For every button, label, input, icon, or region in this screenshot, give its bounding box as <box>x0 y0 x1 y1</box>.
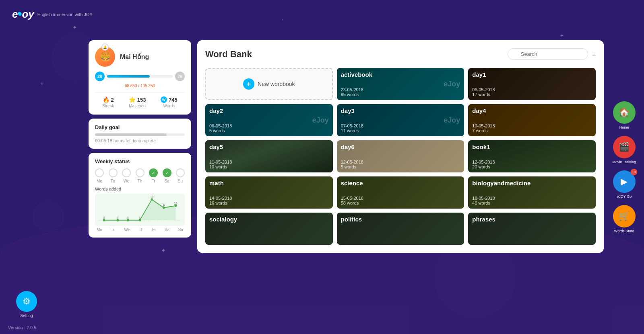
new-wordbook-label: New wordbook <box>258 81 295 87</box>
go-label: eJOY Go <box>617 195 632 199</box>
day-circle-th <box>136 168 144 177</box>
wordbook-card-phrases[interactable]: phrases <box>468 213 596 245</box>
sidebar-item-go[interactable]: ▶ 10 eJOY Go <box>613 170 636 199</box>
wordbook-card-day2[interactable]: eJoy day2 06-05-2018 5 words <box>205 104 333 136</box>
wordbook-card-math[interactable]: math 14-05-2018 16 words <box>205 176 333 209</box>
streak-label: Streak <box>102 104 114 108</box>
mastered-label: Mastered <box>129 104 146 108</box>
day-circle-su <box>176 168 185 177</box>
go-icon: ▶ <box>621 176 627 187</box>
day-circle-tu <box>109 168 118 177</box>
sidebar-item-home[interactable]: 🏠 Home <box>613 101 636 129</box>
left-panel: 🔔 🍔 Mai Hồng 28 29 68 853 / 105 250 🔥 2 … <box>89 40 191 238</box>
day-item-we: We <box>122 168 131 183</box>
day-item-th: Th <box>136 168 144 183</box>
store-icon: 🛒 <box>619 211 630 221</box>
movie-icon: 🎬 <box>619 142 630 152</box>
level-progress-bar <box>107 75 173 78</box>
day-item-mo: Mo <box>95 168 104 183</box>
home-icon: 🏠 <box>619 107 630 118</box>
streak-value: 2 <box>111 97 114 103</box>
daily-goal-card: Daily goal 00:06:18 hours left to comple… <box>89 119 191 149</box>
menu-icon[interactable]: ≡ <box>592 51 596 58</box>
search-input[interactable] <box>508 48 588 60</box>
words-added-label: Words added <box>95 186 185 191</box>
plus-icon: + <box>243 78 254 90</box>
svg-text:0: 0 <box>117 216 119 220</box>
wordbook-card-politics[interactable]: politics <box>337 213 464 245</box>
fire-icon: 🔥 <box>103 96 109 103</box>
level-next: 29 <box>175 72 185 81</box>
wordbook-card-day3[interactable]: eJoy day3 07-05-2018 11 words <box>337 104 464 136</box>
svg-text:10: 10 <box>174 201 178 205</box>
avatar: 🔔 🍔 <box>95 47 115 67</box>
w-icon: W <box>161 96 167 103</box>
version-text: Version : 2.0.5 <box>8 325 36 330</box>
day-item-tu: Tu <box>109 168 118 183</box>
stats-row: 🔥 2 Streak ⭐ 153 Mastered W 745 Words <box>95 92 185 108</box>
svg-text:0: 0 <box>127 216 129 220</box>
movie-label: Movie Training <box>612 160 636 164</box>
logo-subtitle: English immersion with JOY <box>37 12 93 17</box>
goal-progress-bar <box>95 133 185 136</box>
level-bar-fill <box>107 75 150 78</box>
word-bank-title: Word Bank <box>205 49 252 59</box>
weekly-status-card: Weekly status Mo Tu We Th <box>89 153 191 238</box>
svg-text:0: 0 <box>103 216 105 220</box>
day-item-su: Su <box>176 168 185 183</box>
gear-icon: ⚙ <box>23 296 31 307</box>
setting-circle: ⚙ <box>16 291 37 312</box>
wordbook-card-day6[interactable]: day6 12-05-2018 5 words <box>337 140 464 172</box>
right-sidebar: 🏠 Home 🎬 Movie Training ▶ 10 eJOY Go 🛒 W… <box>612 101 636 233</box>
go-badge: 10 <box>631 169 637 175</box>
goal-time: 00:06:18 hours left to complete <box>95 138 185 143</box>
day-circle-we <box>122 168 131 177</box>
new-wordbook-card[interactable]: + New wordbook <box>205 68 333 100</box>
movie-button[interactable]: 🎬 <box>613 136 636 158</box>
word-bank-panel: Word Bank 🔍 ≡ + New wordbook eJoy active… <box>197 40 604 253</box>
svg-text:9: 9 <box>163 203 165 207</box>
wordbook-card-day4[interactable]: day4 10-05-2018 7 words <box>468 104 596 136</box>
setting-label: Setting <box>20 314 33 318</box>
username: Mai Hồng <box>120 53 149 61</box>
xp-text: 68 853 / 105 250 <box>95 84 185 88</box>
setting-button[interactable]: ⚙ Setting <box>16 291 37 318</box>
mastered-value: 153 <box>137 97 146 103</box>
weekly-title: Weekly status <box>95 158 185 164</box>
sidebar-item-movie[interactable]: 🎬 Movie Training <box>612 136 636 164</box>
svg-text:0: 0 <box>139 216 140 220</box>
home-button[interactable]: 🏠 <box>613 101 636 124</box>
words-chart: 13 9 10 0 0 0 0 <box>95 194 185 226</box>
sidebar-item-store[interactable]: 🛒 Words Store <box>613 205 636 233</box>
chart-days: Mo Tu We Th Fr Sa Su <box>95 227 185 232</box>
daily-goal-title: Daily goal <box>95 124 185 130</box>
words-label: Words <box>163 104 175 108</box>
store-label: Words Store <box>614 229 634 233</box>
words-stat: W 745 Words <box>161 96 178 108</box>
wordbook-card-science[interactable]: science 15-05-2018 58 words <box>337 176 464 209</box>
wordbook-card-biology[interactable]: biologyandmedicine 18-05-2018 40 words <box>468 176 596 209</box>
go-button[interactable]: ▶ 10 <box>613 170 636 193</box>
words-value: 745 <box>169 97 178 103</box>
logo: e oy English immersion with JOY <box>12 8 93 20</box>
profile-card: 🔔 🍔 Mai Hồng 28 29 68 853 / 105 250 🔥 2 … <box>89 40 191 115</box>
star-icon: ⭐ <box>129 96 136 103</box>
mastered-stat: ⭐ 153 Mastered <box>129 96 146 108</box>
day-circle-sa: ✓ <box>163 168 171 177</box>
store-button[interactable]: 🛒 <box>613 205 636 227</box>
day-item-sa: ✓ Sa <box>163 168 171 183</box>
svg-text:13: 13 <box>150 195 153 199</box>
home-label: Home <box>619 125 629 129</box>
wordbook-card-day5[interactable]: day5 11-05-2018 10 words <box>205 140 333 172</box>
wordbook-card-socialogy[interactable]: socialogy <box>205 213 333 245</box>
wordbook-card-day1[interactable]: day1 06-05-2018 17 words <box>468 68 596 100</box>
level-current: 28 <box>95 72 105 81</box>
day-circle-fr: ✓ <box>149 168 158 177</box>
streak-stat: 🔥 2 Streak <box>102 96 114 108</box>
day-circle-mo <box>95 168 104 177</box>
word-bank-header: Word Bank 🔍 ≡ <box>205 48 596 60</box>
day-item-fr: ✓ Fr <box>149 168 158 183</box>
wordbook-card-activebook[interactable]: eJoy activebook 23-05-2018 95 words <box>337 68 464 100</box>
wordbook-grid: + New wordbook eJoy activebook 23-05-201… <box>205 68 596 245</box>
wordbook-card-book1[interactable]: book1 12-05-2018 20 words <box>468 140 596 172</box>
